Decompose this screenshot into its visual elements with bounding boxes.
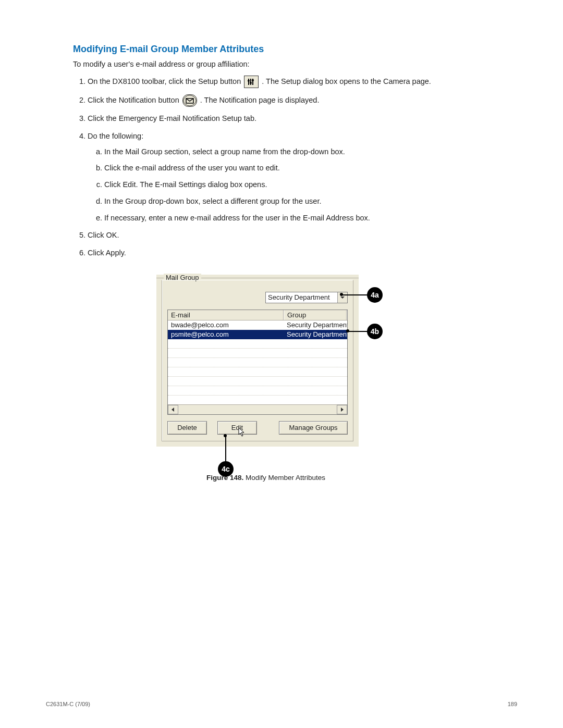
intro-text: To modify a user's e-mail address or gro… [73,60,500,68]
col-email[interactable]: E-mail [168,310,284,320]
setup-icon [244,76,259,88]
cell-email: psmite@pelco.com [168,330,284,338]
step-4d: In the Group drop-down box, select a dif… [104,196,500,207]
mail-group-panel: Mail Group Security Department E-mail Gr… [156,275,359,447]
step-4: Do the following: In the Mail Group sect… [88,131,500,224]
callout-dot [224,434,227,437]
step-5: Click OK. [88,230,500,241]
group-dropdown[interactable]: Security Department [265,292,348,303]
cell-email: bwade@pelco.com [168,321,284,329]
callout-4a: 4a [367,287,383,303]
callout-line [348,331,368,332]
section-heading: Modifying E-mail Group Member Attributes [73,44,500,55]
dropdown-value: Security Department [268,293,330,301]
step-4e: If necessary, enter a new e-mail address… [104,213,500,224]
figure-caption-text: Modify Member Attributes [243,474,325,482]
table-row[interactable]: psmite@pelco.com Security Department [168,330,347,339]
scroll-right-icon[interactable] [337,405,347,414]
figure-148: Mail Group Security Department E-mail Gr… [156,275,396,482]
manage-groups-button[interactable]: Manage Groups [279,421,348,435]
notification-icon [182,94,197,107]
callout-line [342,294,368,295]
svg-point-4 [183,95,196,106]
step-6: Click Apply. [88,248,500,259]
step-2-text-b: . The Notification page is displayed. [200,96,320,104]
step-4b: Click the e-mail address of the user you… [104,163,500,174]
callout-line [225,436,226,462]
horizontal-scrollbar[interactable] [168,404,347,414]
footer-page-number: 189 [508,701,517,707]
svg-point-1 [248,80,250,82]
button-row: Delete Edit Manage Groups [167,421,348,435]
step-4a: In the Mail Group section, select a grou… [104,146,500,158]
step-4-text: Do the following: [88,132,143,140]
cell-group: Security Department [284,330,347,338]
callout-4b: 4b [367,324,383,339]
svg-point-2 [250,82,252,84]
step-2: Click the Notification button . The Noti… [88,94,500,107]
delete-button[interactable]: Delete [167,421,207,435]
callout-dot [340,293,343,296]
callout-dot [346,329,349,332]
step-1-text-a: On the DX8100 toolbar, click the Setup b… [88,77,241,85]
scroll-left-icon[interactable] [168,405,178,414]
step-2-text-a: Click the Notification button [88,96,179,104]
page-footer: C2631M-C (7/09) 189 [46,701,517,707]
col-group[interactable]: Group [284,310,347,320]
step-1-text-b: . The Setup dialog box opens to the Came… [262,77,431,85]
callout-4c: 4c [218,461,234,477]
figure-caption: Figure 148. Modify Member Attributes [156,474,375,482]
email-listbox[interactable]: E-mail Group bwade@pelco.com Security De… [167,310,348,415]
sub-steps: In the Mail Group section, select a grou… [88,146,500,224]
footer-doc-id: C2631M-C (7/09) [46,701,90,707]
list-header: E-mail Group [168,310,347,320]
table-row[interactable]: bwade@pelco.com Security Department [168,320,347,330]
cell-group: Security Department [284,321,347,329]
svg-point-3 [252,79,254,81]
steps-list: On the DX8100 toolbar, click the Setup b… [73,76,500,259]
step-1: On the DX8100 toolbar, click the Setup b… [88,76,500,88]
step-4c: Click Edit. The E-mail Settings dialog b… [104,179,500,191]
list-rows: bwade@pelco.com Security Department psmi… [168,320,347,405]
step-3: Click the Emergency E-mail Notification … [88,113,500,125]
edit-button[interactable]: Edit [217,421,257,435]
